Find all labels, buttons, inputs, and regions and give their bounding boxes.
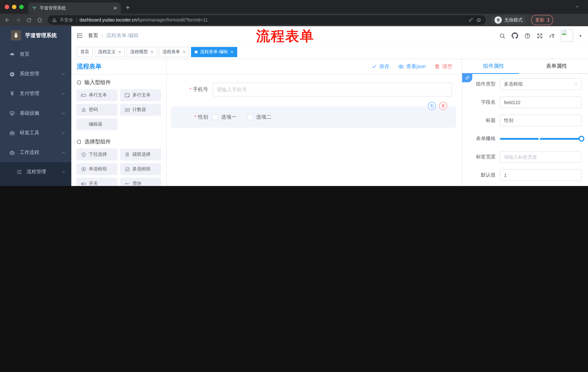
password-key-icon[interactable] [468,18,473,22]
gender-option1-checkbox[interactable]: 选项一 [212,114,237,120]
copy-component-button[interactable] [428,102,436,110]
slider-handle[interactable] [578,136,584,142]
canvas-field-gender-selected[interactable]: 性别 选项一 选项二 [171,107,456,128]
sidebar-item-process-form[interactable]: 流程表单 [0,181,71,186]
cascade-icon [125,152,130,157]
sidebar: 芋道管理系统 首页 系统管理 ¥ 支付管理 基础设施 [0,26,71,186]
phone-input[interactable] [212,83,452,96]
avatar-caret-icon[interactable]: ▾ [579,33,581,38]
minimize-window-button[interactable] [12,5,16,9]
dashboard-icon [10,52,15,57]
tag-close-icon[interactable]: ✕ [183,50,186,54]
component-type-value[interactable] [500,78,581,90]
fullscreen-icon[interactable] [537,32,543,39]
tab-form-props[interactable]: 表单属性 [525,59,588,73]
tag-close-icon[interactable]: ✕ [230,50,233,54]
avatar[interactable] [561,30,573,42]
forward-icon[interactable] [15,17,21,23]
palette-item-switch[interactable]: 开关 [76,178,117,186]
section-input-components: 输入型组件 [76,79,161,86]
switch-icon [81,181,86,186]
label-width-input[interactable] [500,151,581,163]
trash-icon [434,64,440,69]
canvas-field-phone[interactable]: 手机号 [175,83,452,96]
clear-button[interactable]: 清空 [434,63,452,70]
browser-menu-dots-icon[interactable]: ••• [548,18,549,22]
properties-panel: 组件属性 表单属性 组件类型 [462,59,588,186]
sidebar-item-process-mgmt[interactable]: 流程管理 [0,162,71,181]
sidebar-item-infra[interactable]: 基础设施 [0,103,71,123]
checkbox-label: 选项一 [221,114,237,120]
github-icon[interactable] [512,32,518,39]
component-type-select[interactable] [500,78,581,90]
sidebar-collapse-icon[interactable] [76,32,83,39]
tag-label: 流程表单 [163,49,180,55]
app-logo: 芋道管理系统 [0,26,71,44]
home-icon[interactable] [37,17,42,23]
tag-process-form[interactable]: 流程表单✕ [159,47,189,57]
palette-item-label: 多行文本 [132,92,151,98]
chevron-down-icon [62,111,65,115]
palette-item-textarea[interactable]: 多行文本 [120,89,161,101]
active-dot [195,50,198,53]
delete-component-button[interactable] [439,102,447,110]
sidebar-item-home[interactable]: 首页 [0,44,71,64]
gender-option2-checkbox[interactable]: 选项二 [247,114,272,120]
back-icon[interactable] [4,17,10,23]
default-value-input[interactable] [500,169,581,181]
bookmark-star-icon[interactable] [476,18,481,22]
update-button[interactable]: 更新 ••• [531,15,553,25]
new-tab-button[interactable]: + [126,4,130,14]
reload-icon[interactable] [26,17,32,23]
palette-item-password[interactable]: 密码 [76,104,117,116]
close-window-button[interactable] [5,5,9,9]
palette-item-label: 多选框组 [132,166,151,172]
search-icon[interactable] [499,32,505,39]
field-name-label: 字段名 [462,99,500,106]
grid-slider[interactable] [500,133,581,145]
window-controls[interactable] [5,5,24,9]
slider-track[interactable] [500,138,581,139]
tag-close-icon[interactable]: ✕ [150,50,154,54]
tag-label: 流程定义 [98,49,116,55]
breadcrumb-home[interactable]: 首页 [88,32,98,39]
field-name-input[interactable] [500,96,581,108]
font-size-icon[interactable]: TT [549,32,555,39]
palette-item-cascader[interactable]: 级联选择 [120,149,161,160]
tag-close-icon[interactable]: ✕ [118,50,121,54]
tag-home[interactable]: 首页 [77,47,93,57]
sidebar-item-devtools[interactable]: 研发工具 [0,123,71,143]
palette-item-counter[interactable]: 123计数器 [120,104,161,116]
save-button[interactable]: 保存 [372,63,389,70]
link-icon[interactable] [462,73,472,82]
palette-item-editor[interactable]: 编辑器 [76,118,117,130]
monitor-icon [10,110,15,116]
sidebar-item-payment[interactable]: ¥ 支付管理 [0,84,71,103]
palette-item-slider[interactable]: 滑块 [120,178,161,186]
chevron-up-icon [62,170,65,174]
maximize-window-button[interactable] [19,5,24,9]
incognito-badge: 无痕模式 [491,15,526,25]
palette-item-radio-group[interactable]: 单选框组 [76,163,117,175]
address-bar[interactable]: 不安全 dashboard.yudao.iocoder.cn/bpm/manag… [48,15,486,25]
view-json-label: 查看json [406,63,426,70]
tab-close-icon[interactable]: ✕ [113,5,117,11]
tab-search-chevron-icon[interactable] [575,4,579,9]
palette-item-select[interactable]: 下拉选择 [76,149,117,160]
sidebar-item-workflow[interactable]: 工作流程 [0,143,71,162]
tag-process-model[interactable]: 流程模型✕ [127,47,157,57]
tag-label: 首页 [80,49,89,55]
tag-process-definition[interactable]: 流程定义✕ [94,47,125,57]
sidebar-item-system[interactable]: 系统管理 [0,64,71,84]
title-input[interactable] [500,115,581,126]
select-circle-icon [81,152,86,157]
browser-tab[interactable]: 芋道管理系统 ✕ [28,2,121,14]
help-icon[interactable] [524,32,531,39]
tab-component-props[interactable]: 组件属性 [462,59,525,73]
yen-icon: ¥ [10,90,15,97]
palette-item-single-text[interactable]: 单行文本 [76,89,117,101]
security-label: 不安全 [60,17,73,23]
palette-item-checkbox-group[interactable]: 多选框组 [120,163,161,175]
tag-process-form-edit[interactable]: 流程表单-编辑✕ [191,47,237,57]
view-json-button[interactable]: 查看json [398,63,426,70]
